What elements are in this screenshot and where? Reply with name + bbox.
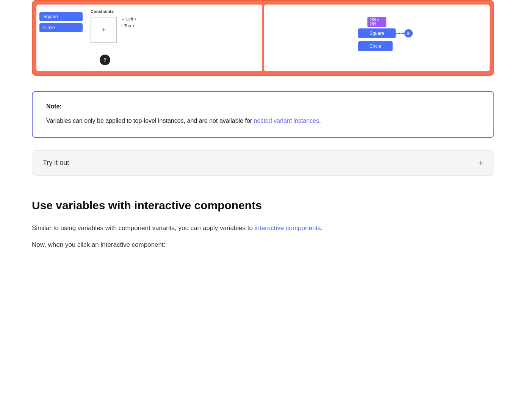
left-chevron-icon: ▾ xyxy=(135,17,136,21)
left-constraint-row: ↔ Left ▾ xyxy=(121,17,136,21)
left-panel-content: Square Circle Constraints + ↔ xyxy=(36,5,262,71)
constraints-title: Constraints xyxy=(91,9,258,14)
screenshot-container: Square Circle Constraints + ↔ xyxy=(32,0,494,76)
note-text-after-link: . xyxy=(319,118,321,124)
constraint-visual-box: + xyxy=(91,17,117,43)
screenshot-right-panel: 289 × 289 Square ⚙ Circle xyxy=(264,5,490,71)
try-it-out-box[interactable]: Try it out + xyxy=(32,150,494,176)
layer-square: Square xyxy=(39,12,83,21)
screenshot-inner: Square Circle Constraints + ↔ xyxy=(33,1,493,75)
question-area: ? xyxy=(91,52,258,68)
layers-panel: Square Circle xyxy=(36,9,86,71)
settings-icon: ⚙ xyxy=(404,29,413,38)
question-icon[interactable]: ? xyxy=(100,55,110,65)
top-label: Top xyxy=(124,24,131,28)
top-arrow-icon: ↕ xyxy=(121,24,123,28)
body-text-before-link: Similar to using variables with componen… xyxy=(32,224,255,232)
interactive-components-link[interactable]: interactive components xyxy=(255,224,321,232)
constraints-panel: Constraints + ↔ Left ▾ ↕ xyxy=(86,5,262,71)
page-wrapper: Square Circle Constraints + ↔ xyxy=(0,0,526,251)
try-it-expand-icon[interactable]: + xyxy=(478,158,483,168)
figma-canvas: 289 × 289 Square ⚙ Circle xyxy=(358,25,396,51)
note-title: Note: xyxy=(46,103,480,110)
canvas-square: Square xyxy=(358,28,396,38)
top-chevron-icon: ▾ xyxy=(133,24,134,28)
dashed-line xyxy=(391,33,404,34)
constraints-content: + ↔ Left ▾ ↕ Top ▾ xyxy=(91,17,258,43)
screenshot-left-panel: Square Circle Constraints + ↔ xyxy=(36,5,262,71)
note-text-before-link: Variables can only be applied to top-lev… xyxy=(46,118,254,124)
constraint-dropdowns: ↔ Left ▾ ↕ Top ▾ xyxy=(121,17,136,28)
left-label: Left xyxy=(126,17,133,21)
top-constraint-row: ↕ Top ▾ xyxy=(121,24,136,28)
body-text-paragraph: Similar to using variables with componen… xyxy=(32,223,494,234)
connection-line: ⚙ xyxy=(391,29,413,38)
note-box: Note: Variables can only be applied to t… xyxy=(32,91,494,138)
layer-circle: Circle xyxy=(39,23,83,32)
size-badge: 289 × 289 xyxy=(368,17,386,27)
left-arrow-icon: ↔ xyxy=(121,17,125,21)
square-item-wrapper: Square ⚙ xyxy=(358,28,396,38)
square-with-badge: 289 × 289 Square ⚙ xyxy=(358,25,396,38)
note-text: Variables can only be applied to top-lev… xyxy=(46,116,480,126)
nested-variant-link[interactable]: nested variant instances xyxy=(254,118,319,124)
canvas-circle: Circle xyxy=(358,41,393,51)
try-it-label: Try it out xyxy=(43,159,69,167)
body-text-after-link: . xyxy=(321,224,323,232)
next-line-text: Now, when you click an interactive compo… xyxy=(32,240,494,251)
section-heading: Use variables with interactive component… xyxy=(32,199,494,212)
